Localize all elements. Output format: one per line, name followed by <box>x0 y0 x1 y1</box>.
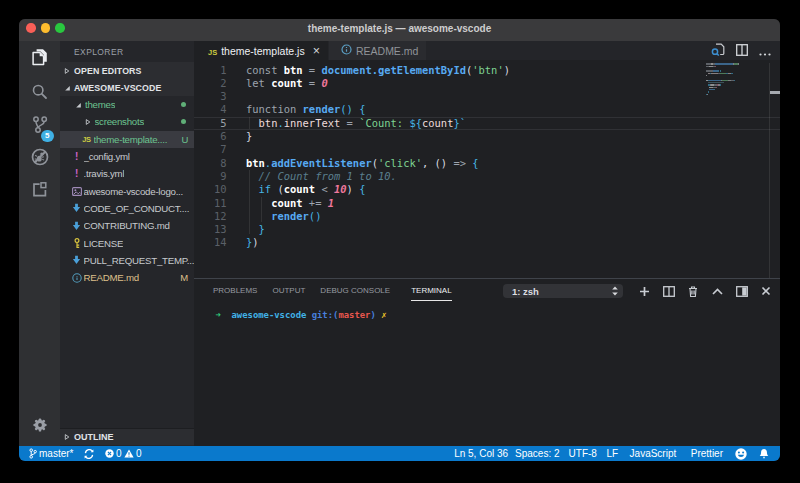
code-token: = <box>340 117 359 129</box>
outline-section[interactable]: OUTLINE <box>60 428 194 446</box>
tree-item-license[interactable]: LICENSE <box>60 234 194 251</box>
editor-tab-theme-template-js[interactable]: JStheme-template.js× <box>194 41 328 60</box>
select-arrows-icon <box>611 284 619 298</box>
panel-tab-output[interactable]: OUTPUT <box>272 286 305 297</box>
status-sync[interactable] <box>84 449 96 459</box>
line-number: 10 <box>194 183 227 196</box>
activity-bar-item-debug[interactable] <box>19 141 60 174</box>
code-token: 0 <box>321 77 327 89</box>
status-javascript[interactable]: JavaScript <box>630 448 677 459</box>
code-token: // Count from 1 to 10. <box>259 170 397 182</box>
code-line-9: 9 // Count from 1 to 10. <box>194 170 780 183</box>
tree-item-theme-template[interactable]: JStheme-template....U <box>60 131 194 148</box>
activity-bar-item-extensions[interactable] <box>19 173 60 206</box>
code-token: let <box>246 77 271 89</box>
status-bar-left: master*00 <box>29 446 142 461</box>
close-tab-icon[interactable]: × <box>313 46 320 56</box>
panel-tab-problems[interactable]: PROBLEMS <box>213 286 257 297</box>
tree-item-readme-md[interactable]: README.mdM <box>60 269 194 286</box>
panel-tab-debug-console[interactable]: DEBUG CONSOLE <box>320 286 390 297</box>
line-number: 13 <box>194 223 227 236</box>
tree-item-awesome-vscode-logo[interactable]: awesome-vscode-logo... <box>60 182 194 199</box>
chevron-up-icon[interactable] <box>705 288 729 295</box>
status-warning[interactable]: 0 <box>124 448 142 459</box>
terminal-select[interactable]: 1: zsh <box>503 284 623 298</box>
tab-label: theme-template.js <box>221 45 304 57</box>
minimap[interactable] <box>706 63 764 96</box>
tree-item-themes[interactable]: themes <box>60 96 194 113</box>
settings-button[interactable] <box>19 410 60 443</box>
status-ln-5-col-36[interactable]: Ln 5, Col 36 <box>454 448 508 459</box>
window-title: theme-template.js — awesome-vscode <box>19 19 780 41</box>
terminal-select-value: 1: zsh <box>512 286 539 297</box>
tree-item-contributing-md[interactable]: CONTRIBUTING.md <box>60 217 194 234</box>
status-git-branch[interactable]: master* <box>29 448 73 459</box>
code-token: `Count: <box>359 117 409 129</box>
error-icon <box>105 449 114 458</box>
code-text: } <box>246 130 252 143</box>
tree-item-label: PULL_REQUEST_TEMP... <box>84 255 195 266</box>
root-folder-section[interactable]: AWESOME-VSCODE <box>60 79 194 96</box>
smiley-icon <box>735 448 747 460</box>
status-error[interactable]: 0 <box>105 448 122 459</box>
tree-item-code-of-conduct[interactable]: CODE_OF_CONDUCT.... <box>60 200 194 217</box>
status-prettier[interactable]: Prettier <box>691 448 723 459</box>
tree-item-pull-request-temp[interactable]: PULL_REQUEST_TEMP... <box>60 252 194 269</box>
terminal-output[interactable]: ➜ awesome-vscode git:(master) ✗ <box>216 310 387 320</box>
status-utf-8[interactable]: UTF-8 <box>569 448 597 459</box>
code-token: 'click' <box>378 157 422 169</box>
panel-tab-terminal[interactable]: TERMINAL <box>411 286 451 297</box>
status-label: master* <box>39 448 73 459</box>
git-modified-dot <box>181 119 186 124</box>
code-token: 'btn' <box>472 64 503 76</box>
indent-guide <box>249 170 250 234</box>
code-token: const <box>246 64 284 76</box>
close-icon[interactable] <box>754 286 778 296</box>
panel-position-icon[interactable] <box>730 286 754 297</box>
status-smiley[interactable] <box>735 448 747 460</box>
terminal-token: ✗ <box>381 310 386 320</box>
open-editors-section[interactable]: OPEN EDITORS <box>60 62 194 79</box>
terminal-token: awesome-vscode <box>232 310 307 320</box>
activity-bar-item-search[interactable] <box>19 75 60 108</box>
split-editor-icon[interactable] <box>736 42 748 60</box>
code-line-2: 2let count = 0 <box>194 77 780 90</box>
tree-item-config-yml[interactable]: !_config.yml <box>60 148 194 165</box>
editor-actions <box>711 41 780 60</box>
editor-tab-readme-md[interactable]: README.md <box>329 41 426 60</box>
code-text: // Count from 1 to 10. <box>246 170 397 183</box>
status-lf[interactable]: LF <box>606 448 618 459</box>
code-text: btn.addEventListener('click', () => { <box>246 157 479 170</box>
trash-icon[interactable] <box>681 286 705 297</box>
title-bar[interactable]: theme-template.js — awesome-vscode <box>19 19 780 41</box>
tree-item-label: README.md <box>84 272 139 283</box>
activity-bar-item-source-control[interactable] <box>19 108 60 141</box>
open-changes-icon[interactable] <box>711 42 725 60</box>
warning-icon <box>124 449 134 458</box>
status-label: 0 <box>136 448 142 459</box>
root-folder-label: AWESOME-VSCODE <box>74 83 161 93</box>
plus-icon[interactable] <box>633 286 657 297</box>
tree-item-travis-yml[interactable]: !.travis.yml <box>60 165 194 182</box>
code-token: btn <box>246 157 265 169</box>
extensions-icon <box>31 181 48 198</box>
open-editors-label: OPEN EDITORS <box>74 66 142 76</box>
code-token: ) <box>504 64 510 76</box>
panel-actions: 1: zsh <box>503 279 778 303</box>
line-number: 7 <box>194 143 227 156</box>
minimap-line <box>706 94 764 96</box>
status-bell[interactable] <box>759 448 769 459</box>
code-text: function render() { <box>246 103 365 116</box>
tree-item-screenshots[interactable]: screenshots <box>60 113 194 130</box>
js-file-icon: JS <box>208 45 217 57</box>
tree-item-label: screenshots <box>95 116 144 127</box>
activity-bar-item-explorer[interactable] <box>19 41 60 74</box>
code-text: if (count < 10) { <box>246 183 365 196</box>
code-text: count += 1 <box>246 197 334 210</box>
ellipsis-icon[interactable] <box>759 42 771 60</box>
vscode-window: theme-template.js — awesome-vscode 5 EXP… <box>19 19 780 461</box>
split-terminal-icon[interactable] <box>657 286 681 297</box>
code-token: count <box>271 77 302 89</box>
code-editor[interactable]: 1const btn = document.getElementById('bt… <box>194 60 780 278</box>
status-spaces-2[interactable]: Spaces: 2 <box>515 448 559 459</box>
